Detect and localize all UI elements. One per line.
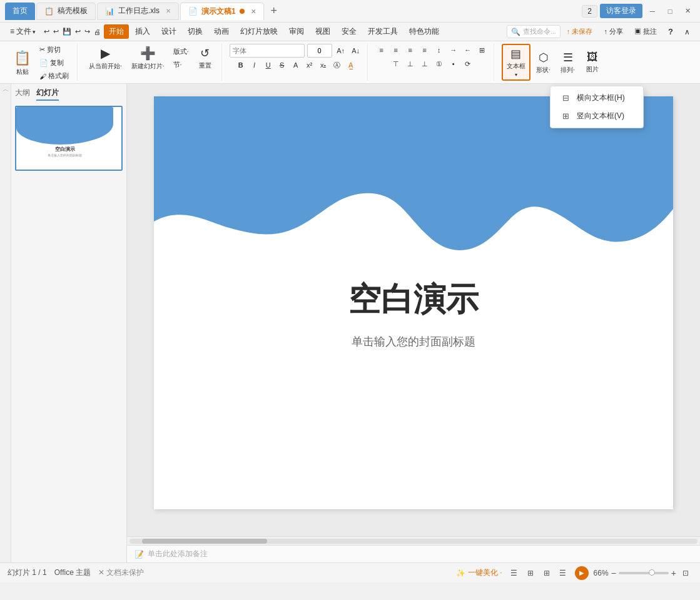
menu-transition[interactable]: 切换 xyxy=(183,24,208,39)
indent-increase-button[interactable]: → xyxy=(447,44,460,56)
reset-button[interactable]: ↺ 重置 xyxy=(194,44,216,72)
menu-start[interactable]: 开始 xyxy=(104,24,129,39)
horizontal-textbox-item[interactable]: ⊟ 横向文本框(H) xyxy=(550,89,643,107)
columns-button[interactable]: ⊞ xyxy=(476,44,489,56)
format-painter-button[interactable]: 🖌 格式刷 xyxy=(36,70,72,82)
copy-button[interactable]: 📄 复制 xyxy=(36,57,72,69)
vertical-textbox-item[interactable]: ⊞ 竖向文本框(V) xyxy=(550,107,643,125)
arrange-button[interactable]: ☰ 排列· xyxy=(557,49,579,76)
cut-button[interactable]: ✂ 剪切 xyxy=(36,44,72,56)
numbered-list-button[interactable]: ① xyxy=(433,58,445,70)
undo3-button[interactable]: ↩ xyxy=(73,26,83,37)
section-button[interactable]: 节· xyxy=(170,59,192,71)
menu-security[interactable]: 安全 xyxy=(337,24,362,39)
sub-button[interactable]: x² xyxy=(303,59,316,71)
shadow-button[interactable]: A xyxy=(290,59,302,71)
sup-button[interactable]: x₂ xyxy=(317,59,330,71)
menu-animation[interactable]: 动画 xyxy=(209,24,234,39)
zoom-thumb[interactable] xyxy=(649,569,655,576)
slides-tab[interactable]: 幻灯片 xyxy=(36,88,59,101)
zoom-slider[interactable] xyxy=(619,572,669,574)
strikethrough-button[interactable]: S xyxy=(276,59,288,71)
slide-canvas[interactable]: 空白演示 单击输入您的封面副标题 xyxy=(154,96,673,509)
scrollbar-thumb[interactable] xyxy=(142,539,267,544)
share-label[interactable]: ↑ 分享 xyxy=(599,25,628,38)
tab-template[interactable]: 📋 稿壳模板 xyxy=(36,3,96,20)
fit-window-icon[interactable]: ⊡ xyxy=(679,567,692,579)
menu-special[interactable]: 特色功能 xyxy=(404,24,444,39)
bold-button[interactable]: B xyxy=(235,59,247,71)
tab-home[interactable]: 首页 xyxy=(5,3,35,20)
font-size-input[interactable] xyxy=(307,44,332,58)
font-decrease-button[interactable]: A↓ xyxy=(350,44,362,57)
new-slide-button[interactable]: ➕ 新建幻灯片· xyxy=(128,44,168,73)
beautify-button[interactable]: ✨ 一键美化 · xyxy=(456,567,502,578)
menu-review[interactable]: 审阅 xyxy=(284,24,309,39)
tab-xls[interactable]: 📊 工作日志.xls ✕ xyxy=(97,3,179,20)
align-left-button[interactable]: ≡ xyxy=(375,44,388,56)
underline-button[interactable]: U xyxy=(262,59,275,71)
slide-title[interactable]: 空白演示 xyxy=(154,278,673,322)
zoom-plus-button[interactable]: + xyxy=(671,568,676,578)
outline-tab[interactable]: 大纲 xyxy=(15,88,30,101)
collapse-ribbon-button[interactable]: ∧ xyxy=(679,26,695,38)
align-justify-button[interactable]: ≡ xyxy=(418,44,431,56)
undo-button[interactable]: ↩ xyxy=(42,26,51,37)
align-right-button[interactable]: ≡ xyxy=(404,44,417,56)
help-button[interactable]: ? xyxy=(663,25,678,38)
font-increase-button[interactable]: A↑ xyxy=(335,44,347,57)
italic-button[interactable]: I xyxy=(248,59,261,71)
menu-view[interactable]: 视图 xyxy=(310,24,335,39)
add-tab-button[interactable]: + xyxy=(265,3,283,20)
list-view-icon[interactable]: ☰ xyxy=(507,567,521,579)
minimize-button[interactable]: ─ xyxy=(645,6,660,17)
outline-view-icon[interactable]: ☰ xyxy=(556,567,570,579)
xls-close-icon[interactable]: ✕ xyxy=(166,8,171,14)
tab-ppt[interactable]: 📄 演示文稿1 ✕ xyxy=(180,3,264,20)
ppt-close-icon[interactable]: ✕ xyxy=(251,8,256,15)
play-button[interactable]: ▶ xyxy=(575,566,589,580)
shapes-button[interactable]: ⬡ 形状· xyxy=(532,49,555,76)
menu-insert[interactable]: 插入 xyxy=(130,24,155,39)
unsaved-label[interactable]: ↑ 未保存 xyxy=(562,25,598,38)
menu-design[interactable]: 设计 xyxy=(156,24,181,39)
horizontal-scrollbar[interactable] xyxy=(127,536,700,545)
align-center-button[interactable]: ≡ xyxy=(390,44,402,56)
search-box[interactable]: 🔍 查找命令... xyxy=(507,25,561,38)
menu-devtools[interactable]: 开发工具 xyxy=(363,24,403,39)
redo-button[interactable]: ↪ xyxy=(83,26,92,37)
font-family-input[interactable] xyxy=(230,44,305,58)
notes-bar[interactable]: 📝 单击此处添加备注 xyxy=(127,545,700,562)
paste-button[interactable]: 📋 粘贴 xyxy=(10,48,34,78)
bottom-align-button[interactable]: ⊥ xyxy=(418,58,431,70)
user-badge[interactable]: 2 xyxy=(582,5,597,18)
file-menu[interactable]: ≡ 文件 ▾ xyxy=(5,24,41,39)
middle-align-button[interactable]: ⊥ xyxy=(404,58,417,70)
normal-view-icon[interactable]: ⊞ xyxy=(524,567,537,579)
login-button[interactable]: 访客登录 xyxy=(600,4,642,18)
top-align-button[interactable]: ⊤ xyxy=(390,58,402,70)
image-button[interactable]: 🖼 图片 xyxy=(581,49,604,76)
layout-button[interactable]: 版式· xyxy=(170,46,192,58)
canvas-scroll[interactable]: 空白演示 单击输入您的封面副标题 xyxy=(127,84,700,536)
textbox-button[interactable]: ▤ 文本框 ▾ xyxy=(502,44,530,81)
bulleted-list-button[interactable]: • xyxy=(447,58,460,70)
indent-decrease-button[interactable]: ← xyxy=(462,44,474,56)
close-button[interactable]: ✕ xyxy=(680,6,695,17)
clear-format-button[interactable]: Ⓐ xyxy=(331,59,343,71)
line-spacing-button[interactable]: ↕ xyxy=(433,44,445,56)
maximize-button[interactable]: □ xyxy=(662,6,677,17)
menu-slideshow[interactable]: 幻灯片放映 xyxy=(235,24,283,39)
panel-toggle[interactable]: 〈 xyxy=(0,84,11,562)
slide-thumbnail-1[interactable]: 1 空白演示 单击输入您的封面副标题 xyxy=(15,106,123,171)
start-from-current-button[interactable]: ▶ 从当前开始· xyxy=(85,44,126,73)
grid-view-icon[interactable]: ⊞ xyxy=(540,567,554,579)
print-button[interactable]: 🖨 xyxy=(92,27,103,37)
font-color-button[interactable]: A̲ xyxy=(345,59,357,71)
undo2-button[interactable]: ↩ xyxy=(51,26,61,37)
direction-button[interactable]: ⟳ xyxy=(462,58,474,70)
zoom-minus-button[interactable]: − xyxy=(611,568,616,578)
save-button[interactable]: 💾 xyxy=(61,26,73,37)
batch-label[interactable]: ▣ 批注 xyxy=(629,25,662,38)
slide-subtitle[interactable]: 单击输入您的封面副标题 xyxy=(154,334,673,349)
